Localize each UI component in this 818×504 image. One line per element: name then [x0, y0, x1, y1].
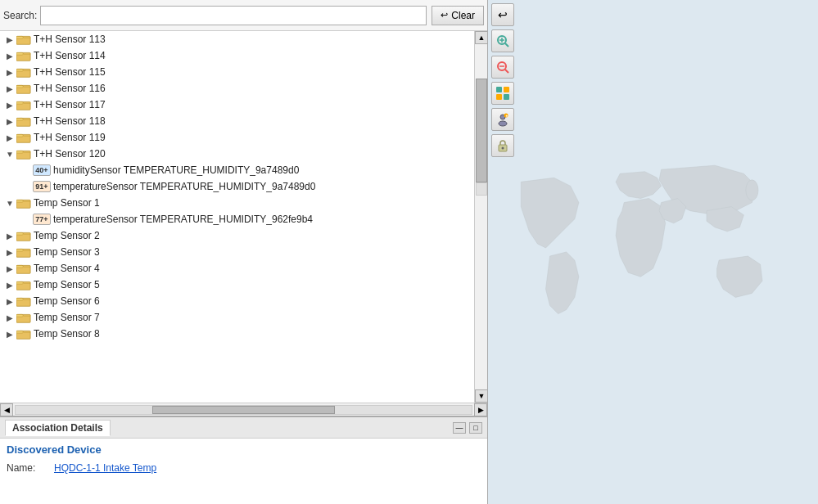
item-label: Temp Sensor 6 [34, 295, 100, 307]
h-scroll-thumb[interactable] [152, 406, 335, 414]
assoc-header: Association Details — □ [0, 417, 487, 439]
assoc-maximize-button[interactable]: □ [469, 422, 482, 434]
svg-point-49 [746, 180, 758, 200]
scroll-down-button[interactable]: ▼ [475, 389, 487, 403]
tree-item[interactable]: Temp Sensor 2 [0, 227, 474, 244]
expand-arrow[interactable] [3, 295, 16, 308]
svg-rect-3 [16, 52, 23, 55]
tree-item[interactable]: T+H Sensor 114 [0, 47, 474, 64]
folder-icon [16, 263, 31, 274]
tree-item[interactable]: 91+temperatureSensor TEMPERATURE_HUMIDIT… [0, 178, 474, 195]
folder-icon [16, 279, 31, 290]
tree-scroll[interactable]: T+H Sensor 113 T+H Sensor 114 T+H Sensor… [0, 31, 487, 403]
svg-rect-11 [16, 118, 23, 120]
expand-arrow[interactable] [3, 131, 16, 144]
svg-rect-29 [16, 314, 23, 317]
expand-arrow[interactable] [3, 327, 16, 340]
expand-arrow[interactable] [3, 82, 16, 95]
tree-item[interactable]: T+H Sensor 119 [0, 129, 474, 146]
scroll-page-zone[interactable] [476, 182, 487, 196]
tree-item[interactable]: Temp Sensor 8 [0, 326, 474, 342]
search-input[interactable] [40, 6, 427, 25]
tree-item[interactable]: Temp Sensor 5 [0, 277, 474, 293]
tree-item[interactable]: Temp Sensor 3 [0, 244, 474, 260]
tree-item[interactable]: Temp Sensor 4 [0, 260, 474, 277]
search-bar: Search: ↩ Clear [0, 0, 487, 31]
expand-arrow[interactable] [3, 33, 16, 46]
item-label: T+H Sensor 119 [34, 132, 106, 143]
item-label: Temp Sensor 5 [34, 279, 100, 290]
svg-rect-31 [16, 331, 23, 333]
folder-icon [16, 197, 31, 209]
svg-rect-13 [16, 134, 23, 137]
expand-arrow[interactable] [3, 115, 16, 128]
assoc-minimize-button[interactable]: — [453, 422, 466, 434]
expand-arrow[interactable] [3, 98, 16, 111]
expand-all-button[interactable] [491, 82, 514, 105]
scroll-track[interactable] [475, 44, 487, 389]
tree-item[interactable]: T+H Sensor 116 [0, 80, 474, 97]
expand-arrow[interactable] [3, 196, 16, 209]
assoc-name-row: Name: HQDC-1-1 Intake Temp [7, 462, 481, 474]
h-scroll-track[interactable] [15, 405, 472, 415]
item-label: temperatureSensor TEMPERATURE_HUMIDITY_9… [53, 214, 313, 225]
tree-item[interactable]: T+H Sensor 120 [0, 146, 474, 162]
expand-arrow[interactable] [3, 49, 16, 62]
expand-arrow[interactable] [3, 245, 16, 259]
tree-item[interactable]: 77+temperatureSensor TEMPERATURE_HUMIDIT… [0, 211, 474, 227]
item-label: T+H Sensor 113 [34, 34, 106, 45]
item-label: T+H Sensor 116 [34, 83, 106, 94]
tree-item[interactable]: T+H Sensor 115 [0, 64, 474, 80]
scroll-up-button[interactable]: ▲ [475, 31, 487, 44]
world-map [488, 0, 818, 504]
lock-button[interactable] [491, 134, 514, 157]
scroll-right-button[interactable]: ▶ [474, 403, 487, 416]
back-button[interactable]: ↩ [491, 3, 514, 26]
folder-icon [16, 148, 31, 160]
assoc-name-value[interactable]: HQDC-1-1 Intake Temp [54, 462, 156, 474]
expand-arrow[interactable] [3, 147, 16, 160]
tree-item[interactable]: 40+humiditySensor TEMPERATURE_HUMIDITY_9… [0, 162, 474, 178]
tree-item[interactable]: Temp Sensor 7 [0, 309, 474, 326]
left-panel: Search: ↩ Clear T+H Sensor 113 T+H Senso… [0, 0, 488, 504]
zoom-out-icon [495, 60, 510, 74]
vertical-scrollbar[interactable]: ▲ ▼ [474, 31, 487, 403]
tree-item[interactable]: T+H Sensor 113 [0, 31, 474, 47]
item-label: Temp Sensor 1 [34, 197, 100, 209]
svg-rect-1 [16, 36, 23, 38]
tree-item[interactable]: T+H Sensor 117 [0, 97, 474, 113]
expand-arrow[interactable] [3, 311, 16, 324]
tree-item[interactable]: Temp Sensor 6 [0, 293, 474, 309]
expand-arrow[interactable] [3, 262, 16, 275]
svg-rect-23 [16, 265, 23, 268]
assoc-controls: — □ [453, 422, 482, 434]
scroll-left-button[interactable]: ◀ [0, 403, 13, 416]
expand-arrow[interactable] [3, 278, 16, 291]
assoc-content: Discovered Device Name: HQDC-1-1 Intake … [0, 439, 487, 504]
item-label: T+H Sensor 114 [34, 50, 106, 61]
expand-arrow[interactable] [3, 65, 16, 79]
svg-rect-21 [16, 249, 23, 251]
folder-icon [16, 83, 31, 94]
folder-icon [16, 99, 31, 110]
assoc-name-label: Name: [7, 462, 47, 474]
svg-rect-15 [16, 151, 23, 153]
map-area[interactable] [488, 0, 818, 504]
tree-item[interactable]: Temp Sensor 1 [0, 195, 474, 211]
assoc-tab[interactable]: Association Details [5, 420, 111, 436]
zoom-in-button[interactable] [491, 29, 514, 52]
folder-icon [16, 66, 31, 78]
svg-rect-17 [16, 200, 23, 202]
user-button[interactable]: ★ [491, 108, 514, 131]
svg-line-37 [505, 70, 508, 73]
svg-line-33 [505, 43, 508, 47]
svg-rect-9 [16, 101, 23, 104]
expand-arrow[interactable] [3, 229, 16, 242]
folder-icon [16, 246, 31, 258]
clear-button[interactable]: ↩ Clear [432, 6, 484, 25]
scroll-thumb[interactable] [476, 79, 487, 182]
zoom-out-button[interactable] [491, 56, 514, 79]
item-label: T+H Sensor 117 [34, 99, 106, 110]
tree-item[interactable]: T+H Sensor 118 [0, 113, 474, 129]
horizontal-scrollbar[interactable]: ◀ ▶ [0, 403, 487, 416]
